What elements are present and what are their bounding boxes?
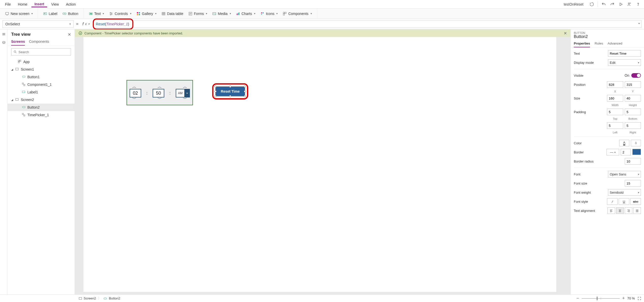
tree-label1[interactable]: Label1 [8,88,75,96]
font-weight-select[interactable]: Semibold▾ [608,189,641,196]
tree-component1[interactable]: Component1_1 [8,81,75,88]
play-icon[interactable] [617,1,625,8]
tab-advanced[interactable]: Advanced [608,42,622,47]
search-input[interactable] [11,48,71,55]
menu-file[interactable]: File [2,1,14,7]
align-center-button[interactable] [616,207,624,214]
charts-button[interactable]: Charts▾ [234,11,257,17]
border-radius-input[interactable] [625,158,641,165]
pos-x-input[interactable] [607,81,623,88]
forms-button[interactable]: Forms▾ [186,11,209,17]
layers-icon[interactable] [1,40,7,46]
hamburger-icon[interactable] [1,31,7,37]
text-button[interactable]: AbcText▾ [87,11,106,17]
pos-y-input[interactable] [625,81,641,88]
tree-button2[interactable]: Button2 [8,104,75,111]
menu-view[interactable]: View [48,1,62,7]
svg-point-2 [638,5,638,5]
caret-icon[interactable]: ◢ [11,98,14,101]
font-select[interactable]: Open Sans▾ [608,171,641,177]
resize-handle[interactable] [214,95,217,97]
width-input[interactable] [607,95,623,102]
timepicker-control[interactable]: ︿ ︿ ︿ 02 : 50 : AM ﹀ [127,80,193,105]
align-right-button[interactable] [625,207,632,214]
tree-timepicker1[interactable]: TimePicker_1 [8,111,75,119]
resize-handle[interactable] [214,86,217,88]
label-button[interactable]: Label [41,11,59,17]
tree-app[interactable]: App [8,58,75,66]
canvas[interactable]: ︿ ︿ ︿ 02 : 50 : AM ﹀ [83,37,556,292]
tree-title: Tree view [11,32,31,37]
tree-screen1[interactable]: ◢ Screen1 [8,66,75,73]
components-button[interactable]: Components▾ [281,11,314,17]
border-width-input[interactable] [621,149,631,155]
resize-handle[interactable] [244,95,246,97]
search-field[interactable] [19,50,69,54]
pad-right-input[interactable] [625,122,641,129]
version-history-icon[interactable] [588,1,596,8]
border-style-button[interactable]: —▾ [606,149,619,155]
zoom-in-button[interactable]: + [622,296,625,301]
new-screen-button[interactable]: New screen ▾ [3,11,35,17]
align-justify-button[interactable] [633,207,641,214]
tree-screen2[interactable]: ◢ Screen2 [8,96,75,104]
tab-rules[interactable]: Rules [595,42,603,47]
resize-handle[interactable] [244,86,246,88]
resize-handle[interactable] [229,95,231,97]
visible-toggle[interactable] [631,73,641,78]
menu-insert[interactable]: Insert [31,1,47,7]
fx-button[interactable]: fx▾ [81,22,91,26]
breadcrumb-control[interactable]: Button2 [103,296,120,300]
pad-bottom-input[interactable] [625,109,641,115]
fullscreen-icon[interactable] [637,296,641,300]
redo-icon[interactable] [609,1,616,8]
fill-color-button[interactable] [631,140,641,146]
datatable-button[interactable]: Data table [159,11,185,17]
close-icon[interactable]: ✕ [68,32,71,37]
hour-down-icon[interactable]: ﹀ [132,96,137,102]
strike-button[interactable]: abc [630,198,641,205]
italic-button[interactable]: / [607,198,618,205]
main-area: Tree view ✕ Screens Components App ◢ Scr… [0,29,644,294]
zoom-out-button[interactable]: − [576,296,579,301]
tree-button1[interactable]: Button1 [8,73,75,81]
font-size-input[interactable] [625,180,641,187]
prop-displaymode-select[interactable]: Edit▾ [608,59,641,66]
formula-input[interactable]: Reset(TimePicker_1) ▾ [94,20,641,28]
resize-handle[interactable] [244,90,246,92]
property-selector[interactable]: OnSelect ▾ [3,20,74,28]
share-icon[interactable] [626,1,633,8]
zoom-slider[interactable] [582,298,620,299]
menu-action[interactable]: Action [63,1,79,7]
components-label: Components [288,12,308,16]
resize-handle[interactable] [214,90,217,92]
tab-properties[interactable]: Properties [574,42,590,47]
icons-button[interactable]: Icons▾ [258,11,280,17]
height-input[interactable] [625,95,641,102]
media-button[interactable]: Media▾ [210,11,233,17]
border-color-swatch[interactable] [632,149,641,155]
expand-formula-icon[interactable]: ▾ [638,22,640,25]
resize-handle[interactable] [229,86,231,88]
pad-left-input[interactable] [607,122,623,129]
gallery-button[interactable]: Gallery▾ [134,11,158,17]
underline-button[interactable]: U [619,198,629,205]
undo-icon[interactable] [600,1,607,8]
align-left-button[interactable] [607,207,615,214]
controls-button[interactable]: Controls▾ [107,11,133,17]
pad-top-input[interactable] [607,109,623,115]
breadcrumb-screen[interactable]: Screen2 [79,296,96,300]
caret-icon[interactable]: ◢ [11,68,14,71]
font-color-button[interactable]: A [619,140,629,146]
tab-components[interactable]: Components [29,39,49,46]
help-icon[interactable] [634,1,642,8]
reset-time-button[interactable]: Reset Time [215,86,245,96]
button-button[interactable]: Button [60,11,80,17]
menu-home[interactable]: Home [15,1,30,7]
close-icon[interactable]: ✕ [564,31,567,36]
tab-screens[interactable]: Screens [11,39,25,46]
minute-down-icon[interactable]: ﹀ [157,96,162,102]
prop-text-input[interactable] [608,50,641,57]
ampm-down-icon[interactable]: ﹀ [183,96,187,102]
button-icon [103,297,107,300]
